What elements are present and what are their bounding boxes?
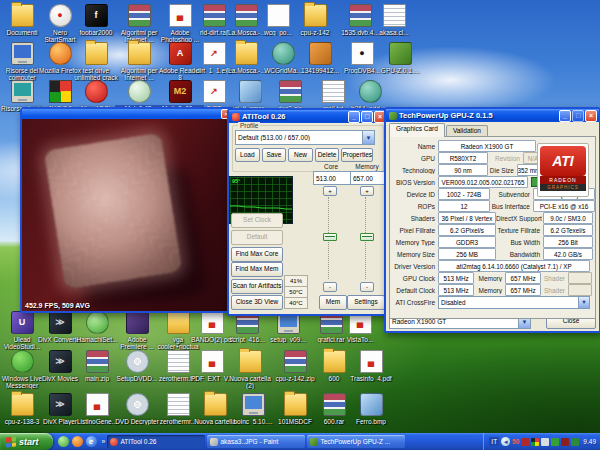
dvd-tray-icon[interactable] (561, 438, 569, 446)
metin2-icon: M2 (169, 80, 192, 103)
new-button[interactable]: New (288, 148, 313, 162)
memory-slider-handle[interactable] (360, 233, 374, 241)
volume-icon[interactable] (541, 438, 549, 446)
avg-tray-icon[interactable] (531, 438, 539, 446)
desktop-icon-ferro-bmp[interactable]: Ferro.bmp (347, 393, 395, 425)
desktop-icon-cpu-z-142[interactable]: cpu-z-142 (291, 4, 339, 36)
desktop-icon-label: Nuova cartella (2) (226, 375, 274, 389)
desktop-icon-akasa-cl[interactable]: akasa.cl... (370, 4, 418, 36)
find-max-core-button[interactable]: Find Max Core (231, 247, 283, 262)
memory-plus-button[interactable]: + (360, 186, 374, 196)
fps-counter: 452.9 FPS, 509 AVG (25, 302, 90, 309)
desktop-icon-gpu-z-0-1[interactable]: GPU-Z.0.1.... (376, 42, 424, 74)
desktop-icon-label: setup_v09... (264, 336, 312, 343)
taskbar: start e » ATITool 0.26akasa3..JPG - Pain… (0, 433, 600, 450)
3d-view-titlebar[interactable]: × (22, 109, 233, 119)
desktop-icon-foobar2000[interactable]: ffoobar2000 (72, 4, 120, 36)
reader-icon: A (169, 42, 192, 65)
gpu-info-row: GPU Clock513 MHzMemory657 MHzShader (393, 272, 592, 284)
memory-minus-button[interactable]: - (360, 282, 374, 292)
close-3d-view-button[interactable]: Close 3D View (231, 295, 283, 310)
core-plus-button[interactable]: + (323, 186, 337, 196)
hamachi-icon[interactable] (58, 436, 69, 447)
default-button[interactable]: Default (231, 230, 283, 245)
firefox-icon[interactable] (72, 436, 83, 447)
atitool-body: Profile Default (513.00 / 657.00) ▼ Load… (229, 123, 388, 314)
radeon-logo-text: RADEON (540, 176, 586, 184)
desktop-icon-label: VistaTo... (336, 336, 384, 343)
temp-monitor-icon[interactable]: 50 (512, 438, 519, 446)
emule-icon (128, 80, 151, 103)
ati-tray-icon[interactable] (521, 438, 529, 446)
atitool-window: ATITool 0.26 _ □ × Profile Default (513.… (227, 108, 390, 316)
ati-crossfire-select[interactable]: Disabled▼ (438, 296, 590, 309)
minimize-icon[interactable]: _ (559, 110, 571, 122)
shield-tray-icon[interactable] (571, 438, 579, 446)
mem-button[interactable]: Mem (319, 295, 347, 310)
rar-icon (284, 350, 307, 373)
txt-icon (383, 4, 406, 27)
delete-button[interactable]: Delete (315, 148, 340, 162)
pinwheel-tray-icon[interactable] (551, 438, 559, 446)
memory-slider[interactable] (360, 197, 372, 279)
desktop-icon-134199412[interactable]: 134199412... (296, 42, 344, 74)
core-minus-button[interactable]: - (323, 282, 337, 292)
photo-icon (360, 393, 383, 416)
core-slider-handle[interactable] (323, 233, 337, 241)
set-clock-button[interactable]: Set Clock (231, 213, 283, 228)
rar-icon (323, 393, 346, 416)
gpuz-titlebar[interactable]: TechPowerUp GPU-Z 0.1.5 _ □ × (386, 109, 599, 122)
core-clock-input[interactable]: 513.00 (313, 171, 351, 185)
chevron-down-icon[interactable]: ▼ (362, 131, 374, 144)
premiere-icon (126, 311, 149, 334)
firefox-icon (49, 42, 72, 65)
task-button-akasa3-jpg-paint[interactable]: akasa3..JPG - Paint (207, 435, 305, 448)
desktop-icon-label: foobar2000 (72, 29, 120, 36)
hide-tray-icons-chevron[interactable]: ◄ (501, 437, 510, 446)
memory-clock-value: 657.00 (353, 175, 373, 182)
desktop-icon-test-drive-unlimited-crack[interactable]: test drive unlimited crack (72, 42, 120, 81)
desktop-icon-boinc-5-10[interactable]: boinc_5.10.... (229, 393, 277, 425)
memory-label: Memory (474, 287, 505, 294)
start-button[interactable]: start (0, 433, 53, 450)
gpu-info-row: Memory TypeGDDR3Bus Width256 Bit (393, 236, 592, 248)
maximize-icon[interactable]: □ (361, 111, 373, 123)
maximize-icon[interactable]: □ (572, 110, 584, 122)
core-slider[interactable] (323, 197, 335, 279)
properties-button[interactable]: Properties (341, 148, 373, 162)
memory-clock-input[interactable]: 657.00 (350, 171, 387, 185)
tab-graphics-card[interactable]: Graphics Card (389, 123, 445, 137)
desktop-icon-trasinfo-4-pdf[interactable]: ▄Trasinfo_4.pdf (347, 350, 395, 382)
pixel-fillrate-label: Pixel Fillrate (393, 227, 438, 234)
page-icon (267, 4, 290, 27)
folder-icon (11, 393, 34, 416)
task-button-techpowerup-gpu-z[interactable]: TechPowerUp GPU-Z ... (307, 435, 405, 448)
tray-icon-group: 50 (512, 438, 579, 446)
profile-select[interactable]: Default (513.00 / 657.00) ▼ (235, 130, 375, 145)
task-button-label: TechPowerUp GPU-Z ... (320, 438, 390, 445)
save-button[interactable]: Save (262, 148, 287, 162)
load-button[interactable]: Load (235, 148, 260, 162)
desktop-icon-label: test drive unlimited crack (72, 67, 120, 81)
find-max-mem-button[interactable]: Find Max Mem (231, 262, 283, 277)
profile-selected-value: Default (513.00 / 657.00) (236, 134, 362, 141)
settings-button[interactable]: Settings (347, 295, 385, 310)
quick-launch: e (53, 433, 102, 450)
txt-icon (167, 393, 190, 416)
photo-icon (239, 80, 262, 103)
close-icon[interactable]: × (585, 110, 597, 122)
gpu-info-row: ATI CrossFireDisabled▼ (393, 296, 592, 308)
scan-for-artifacts-button[interactable]: Scan for Artifacts (231, 279, 283, 294)
task-button-atitool-0-26[interactable]: ATITool 0.26 (107, 435, 205, 448)
minimize-icon[interactable]: _ (348, 111, 360, 123)
gpu-info-row: Pixel Fillrate6.2 GPixel/sTexture Fillra… (393, 224, 592, 236)
desktop-icon-label: cpu-z-142 (291, 29, 339, 36)
language-indicator[interactable]: IT (489, 437, 499, 446)
chevron-down-icon[interactable]: ▼ (578, 297, 589, 308)
atitool-3d-view-window: × 452.9 FPS, 509 AVG (20, 107, 235, 313)
desktop-icon-nuova-cartella-2[interactable]: Nuova cartella (2) (226, 350, 274, 389)
gpuz-icon (310, 438, 318, 446)
default-clock-value: 513 MHz (438, 284, 474, 296)
internet-explorer-icon[interactable]: e (86, 436, 97, 447)
start-button-label: start (19, 437, 39, 447)
